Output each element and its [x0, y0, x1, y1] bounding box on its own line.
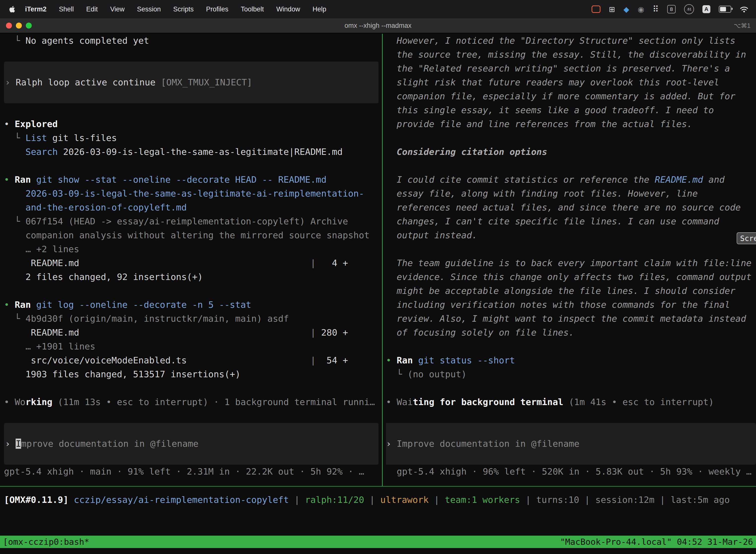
screen-recording-icon[interactable]: [591, 5, 601, 13]
text-segment: 1903 files changed, 513517 insertions(+): [4, 369, 241, 379]
prompt-input[interactable]: › Improve documentation in @filename: [4, 423, 378, 465]
text-segment: gpt-5.4 xhigh · main · 91% left · 2.31M …: [4, 466, 364, 477]
text-segment: (no output): [407, 369, 466, 379]
text-segment: ultrawork: [380, 495, 429, 505]
omx-status-line: [OMX#0.11.9] cczip/essay/ai-reimplementa…: [0, 493, 756, 507]
text-segment: |: [310, 355, 316, 365]
text-segment: the "Related research writing" section i…: [386, 63, 730, 73]
terminal-line: └ List git ls-files: [0, 131, 382, 145]
terminal-line: companion file, especially if more comme…: [386, 89, 756, 103]
box-line: › Improve documentation in @filename: [386, 437, 756, 451]
text-segment: mprove documentation in @filename: [21, 439, 198, 449]
text-segment: of focusing solely on file lines.: [386, 327, 574, 338]
grid-icon[interactable]: ⊞: [609, 5, 615, 14]
model-status-line: gpt-5.4 xhigh · 96% left · 520K in · 5.8…: [386, 465, 756, 479]
text-segment: rking: [25, 397, 52, 407]
terminal-line: └ (no output): [386, 367, 756, 381]
blank-line: [0, 103, 382, 117]
menu-shell[interactable]: Shell: [53, 5, 80, 13]
terminal-line: output instead.: [386, 228, 756, 242]
text-segment: Ran: [15, 299, 36, 310]
text-segment: git status --short: [418, 355, 515, 365]
menu-bar: iTerm2ShellEditViewSessionScriptsProfile…: [0, 0, 756, 18]
text-segment: Ran: [397, 355, 418, 365]
text-segment: [OMX_TMUX_INJECT]: [161, 77, 252, 88]
dark-app-icon[interactable]: ◉: [638, 5, 644, 14]
text-segment: … +2 lines: [4, 244, 79, 254]
waiting-status-line: • Waiting for background terminal (1m 41…: [386, 395, 756, 409]
terminal-line: slight risk that future readers may over…: [386, 75, 756, 89]
text-segment: review. Also, I might want to inspect th…: [386, 314, 746, 324]
blank-line: [0, 409, 382, 423]
text-segment: Search: [25, 147, 58, 157]
screen-edge-tooltip[interactable]: Scre: [737, 232, 756, 244]
menu-toolbelt[interactable]: Toolbelt: [235, 5, 270, 13]
wifi-icon[interactable]: [740, 6, 749, 13]
text-segment: •: [4, 119, 15, 129]
text-segment: evidence. Since this change only affects…: [386, 272, 752, 282]
text-segment: team:1 workers: [445, 495, 520, 505]
input-source-icon[interactable]: A: [702, 5, 710, 13]
blank-line: [0, 48, 382, 62]
reasoning-heading: Considering citation options: [386, 145, 756, 159]
menu-edit[interactable]: Edit: [80, 5, 104, 13]
menu-profiles[interactable]: Profiles: [200, 5, 235, 13]
menu-iterm2[interactable]: iTerm2: [19, 5, 53, 13]
terminal-line: However, I noticed the "Directory Struct…: [386, 34, 756, 48]
menu-session[interactable]: Session: [131, 5, 167, 13]
menu-status-icons: ⊞◆◉⠿8.61A: [591, 4, 749, 14]
menu-scripts[interactable]: Scripts: [167, 5, 200, 13]
percent-badge-icon[interactable]: .61: [684, 4, 694, 14]
text-segment: including verification notes with those …: [386, 299, 730, 310]
pane-divider-vertical[interactable]: [382, 34, 383, 486]
text-segment: ting for background terminal: [413, 397, 563, 407]
text-segment: └: [386, 369, 407, 379]
text-segment: The team guideline is to back every impo…: [386, 258, 752, 268]
blue-app-icon[interactable]: ◆: [624, 5, 629, 14]
text-segment: [4, 202, 25, 213]
terminal-line: 2026-03-09-is-legal-the-same-as-legitima…: [0, 187, 382, 201]
text-segment: •: [386, 397, 397, 407]
terminal-line: README.md | 4 +: [0, 256, 382, 270]
terminal-line: this single essay, it seems like a good …: [386, 103, 756, 117]
dots-grid-icon[interactable]: ⠿: [652, 4, 659, 14]
text-segment: 2026-03-09-is-legal-the-same-as-legitima…: [58, 147, 343, 157]
text-segment: essay file, along with finding root file…: [386, 188, 698, 199]
text-segment: git ls-files: [47, 133, 117, 143]
text-segment: └: [4, 216, 25, 226]
terminal-line: changes, I can't cite specific file line…: [386, 214, 756, 228]
terminal-pane-left[interactable]: └ No agents completed yet› Ralph loop ac…: [0, 34, 382, 486]
text-segment: 067f154 (HEAD -> essay/ai-reimplementati…: [25, 216, 348, 226]
text-segment: |: [310, 327, 316, 338]
text-segment: provide file and line references from th…: [386, 119, 692, 129]
text-segment: cczip/essay/ai-reimplementation-copyleft: [74, 495, 289, 505]
text-segment: Ran: [15, 174, 36, 185]
text-segment: git log --oneline --decorate -n 5 --stat: [36, 299, 251, 310]
text-segment: src/voice/voiceModeEnabled.ts: [4, 355, 310, 365]
menu-help[interactable]: Help: [306, 5, 333, 13]
text-segment: … +1901 lines: [4, 341, 95, 351]
text-segment: 280 +: [316, 327, 348, 338]
omx-status-bar: [OMX#0.11.9] cczip/essay/ai-reimplementa…: [0, 493, 756, 507]
window-shortcut-badge: ⌥⌘1: [734, 18, 751, 33]
apple-icon[interactable]: [9, 5, 15, 13]
menu-window[interactable]: Window: [270, 5, 306, 13]
blank-line: [386, 131, 756, 145]
window-title: omx --xhigh --madmax: [0, 18, 756, 33]
text-segment: |: [310, 258, 316, 268]
blank-line: [0, 284, 382, 298]
text-segment: •: [4, 174, 15, 185]
text-segment: companion analysis without altering the …: [4, 230, 370, 240]
key-8-icon[interactable]: 8: [667, 5, 676, 13]
tooltip-label: Scre: [740, 234, 756, 243]
terminal-line: review. Also, I might want to inspect th…: [386, 312, 756, 326]
text-segment: |: [520, 495, 536, 505]
menu-view[interactable]: View: [104, 5, 131, 13]
terminal-line: • Ran git status --short: [386, 353, 756, 367]
text-segment: last:5m ago: [671, 495, 730, 505]
prompt-input[interactable]: › Improve documentation in @filename: [386, 423, 756, 465]
battery-icon[interactable]: [719, 6, 731, 13]
text-segment: gpt-5.4 xhigh · 96% left · 520K in · 5.8…: [386, 466, 752, 477]
terminal-pane-right[interactable]: However, I noticed the "Directory Struct…: [386, 34, 756, 486]
terminal-line: including verification notes with those …: [386, 298, 756, 312]
